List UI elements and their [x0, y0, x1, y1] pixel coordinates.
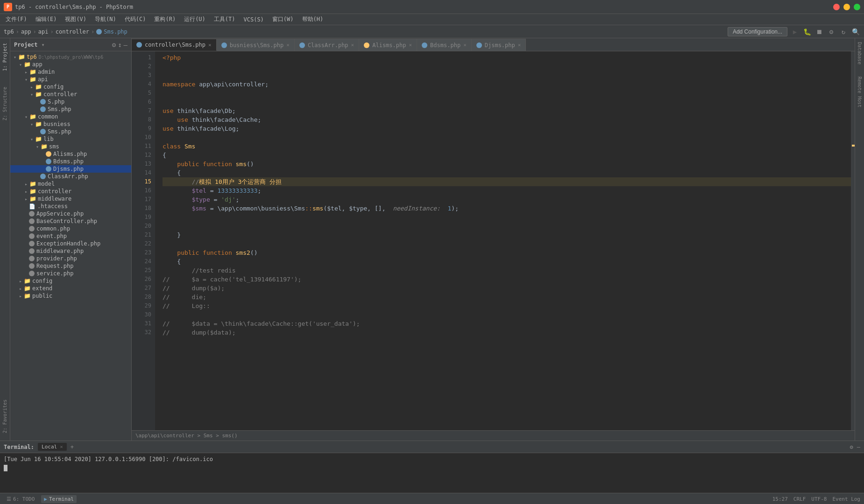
tab-alisms[interactable]: Alisms.php × [359, 39, 417, 51]
project-sort-icon[interactable]: ↕ [118, 41, 121, 49]
breadcrumb-tp6[interactable]: tp6 [4, 28, 14, 35]
line-num-32: 32 [132, 328, 151, 337]
tree-file-request[interactable]: Request.php [10, 262, 131, 270]
tree-busniess[interactable]: ▾ 📁 busniess [10, 120, 131, 128]
tab-close-bdsms[interactable]: × [463, 42, 467, 48]
sidebar-item-remote-host[interactable]: Remote Host [856, 73, 863, 111]
code-line-3 [163, 71, 851, 80]
menu-help[interactable]: 帮助(H) [298, 14, 327, 24]
menu-window[interactable]: 窗口(W) [269, 14, 297, 24]
menu-bar: 文件(F) 编辑(E) 视图(V) 导航(N) 代码(C) 重构(R) 运行(U… [0, 14, 864, 25]
tree-file-bdsms[interactable]: Bdsms.php [10, 158, 131, 165]
tree-common[interactable]: ▾ 📁 common [10, 113, 131, 120]
tree-model[interactable]: ▸ 📁 model [10, 180, 131, 188]
menu-view[interactable]: 视图(V) [61, 14, 90, 24]
tree-sms-folder[interactable]: ▾ 📁 sms [10, 143, 131, 150]
tab-busniess-sms[interactable]: busniess\Sms.php × [217, 39, 295, 51]
tree-file-sms-php[interactable]: Sms.php [10, 105, 131, 113]
tree-api[interactable]: ▾ 📁 api [10, 76, 131, 83]
breadcrumb-app[interactable]: app [21, 28, 31, 35]
tree-middleware[interactable]: ▸ 📁 middleware [10, 195, 131, 203]
tree-file-appservice[interactable]: AppService.php [10, 210, 131, 217]
tab-close-djsms[interactable]: × [518, 42, 521, 48]
tree-file-busniess-sms[interactable]: Sms.php [10, 128, 131, 135]
terminal-minimize-icon[interactable]: — [857, 444, 860, 450]
menu-vcs[interactable]: VCS(S) [240, 15, 268, 24]
line-num-14: 14 [132, 168, 151, 177]
tree-lib[interactable]: ▾ 📁 lib [10, 135, 131, 143]
breadcrumb-api[interactable]: api [38, 28, 49, 35]
menu-tools[interactable]: 工具(T) [210, 14, 239, 24]
right-sidebar: Database Remote Host [855, 38, 864, 441]
code-line-15: //模拟 10用户 3个运营商 分担 [163, 177, 851, 186]
add-configuration-button[interactable]: Add Configuration... [728, 27, 787, 36]
menu-run[interactable]: 运行(U) [180, 14, 209, 24]
tree-file-common[interactable]: common.php [10, 225, 131, 232]
terminal-settings-icon[interactable]: ⚙ [850, 444, 853, 450]
tab-djsms[interactable]: Djsms.php × [472, 39, 526, 51]
menu-refactor[interactable]: 重构(R) [150, 14, 179, 24]
terminal-local-close[interactable]: × [60, 444, 63, 450]
line-num-20: 20 [132, 222, 151, 231]
terminal-content[interactable]: [Tue Jun 16 10:55:04 2020] 127.0.0.1:569… [0, 453, 864, 493]
tree-controller[interactable]: ▾ 📁 controller [10, 91, 131, 98]
line-num-26: 26 [132, 275, 151, 284]
line-num-13: 13 [132, 160, 151, 168]
minimize-button[interactable] [843, 4, 850, 10]
sidebar-item-project[interactable]: 1: Project [1, 40, 8, 74]
tree-app-controller[interactable]: ▸ 📁 controller [10, 188, 131, 195]
tree-file-classarr[interactable]: ClassArr.php [10, 173, 131, 180]
event-log[interactable]: Event Log [832, 496, 860, 502]
tree-app[interactable]: ▾ 📁 app [10, 61, 131, 68]
menu-navigate[interactable]: 导航(N) [91, 14, 120, 24]
tree-file-djsms[interactable]: Djsms.php [10, 165, 131, 173]
breadcrumb-controller[interactable]: controller [56, 28, 89, 35]
tree-root[interactable]: ▾ 📁 tp6 D:\phpstudy_pro\WWW\tp6 [10, 53, 131, 61]
tab-icon-alisms [364, 42, 369, 48]
tree-config[interactable]: ▸ 📁 config [10, 83, 131, 91]
tree-config-root[interactable]: ▸ 📁 config [10, 277, 131, 285]
line-num-12: 12 [132, 151, 151, 160]
terminal-bottom-tab[interactable]: ▶ Terminal [41, 495, 77, 503]
tree-file-provider[interactable]: provider.php [10, 255, 131, 262]
update-icon[interactable]: ↻ [839, 27, 848, 36]
search-everywhere-icon[interactable]: 🔍 [851, 27, 860, 36]
menu-code[interactable]: 代码(C) [121, 14, 150, 24]
line-num-16: 16 [132, 186, 151, 195]
tab-bdsms[interactable]: Bdsms.php × [417, 39, 472, 51]
tree-public[interactable]: ▸ 📁 public [10, 292, 131, 300]
tree-file-s-php[interactable]: S.php [10, 98, 131, 105]
terminal-local-tab[interactable]: Local × [38, 443, 67, 451]
tree-file-middleware-php[interactable]: middleware.php [10, 247, 131, 255]
sidebar-item-structure[interactable]: Z: Structure [1, 84, 8, 123]
tree-file-exceptionhandle[interactable]: ExceptionHandle.php [10, 240, 131, 247]
tab-close-controller-sms[interactable]: × [208, 42, 212, 48]
line-num-2: 2 [132, 62, 151, 71]
sidebar-item-database[interactable]: Database [856, 38, 863, 68]
terminal-add-button[interactable]: + [71, 444, 74, 450]
menu-file[interactable]: 文件(F) [2, 14, 31, 24]
project-collapse-icon[interactable]: — [124, 41, 127, 49]
tab-classarr[interactable]: ClassArr.php × [295, 39, 359, 51]
tab-close-busniess-sms[interactable]: × [286, 42, 290, 48]
right-scrollbar[interactable] [851, 51, 855, 430]
project-dropdown-icon[interactable]: ▾ [42, 42, 45, 48]
maximize-button[interactable] [854, 4, 860, 10]
project-cog-icon[interactable]: ⚙ [112, 41, 116, 49]
settings-icon[interactable]: ⚙ [827, 27, 836, 36]
tree-admin[interactable]: ▸ 📁 admin [10, 68, 131, 76]
tree-extend[interactable]: ▸ 📁 extend [10, 285, 131, 292]
tree-file-basecontroller[interactable]: BaseController.php [10, 217, 131, 225]
tree-file-service[interactable]: service.php [10, 270, 131, 277]
tree-file-event[interactable]: event.php [10, 232, 131, 240]
tab-close-alisms[interactable]: × [409, 42, 412, 48]
sidebar-item-favorites[interactable]: 2: Favorites [1, 397, 8, 436]
tree-file-alisms[interactable]: Alisms.php [10, 150, 131, 158]
todo-tab[interactable]: ☰ 6: TODO [4, 495, 37, 503]
menu-edit[interactable]: 编辑(E) [32, 14, 61, 24]
code-content[interactable]: <?php namespace app\api\controller; use … [155, 51, 851, 430]
tree-file-htaccess[interactable]: 📄 .htaccess [10, 203, 131, 210]
tab-controller-sms[interactable]: controller\Sms.php × [132, 39, 217, 51]
tab-close-classarr[interactable]: × [351, 42, 354, 48]
close-button[interactable] [833, 4, 840, 10]
